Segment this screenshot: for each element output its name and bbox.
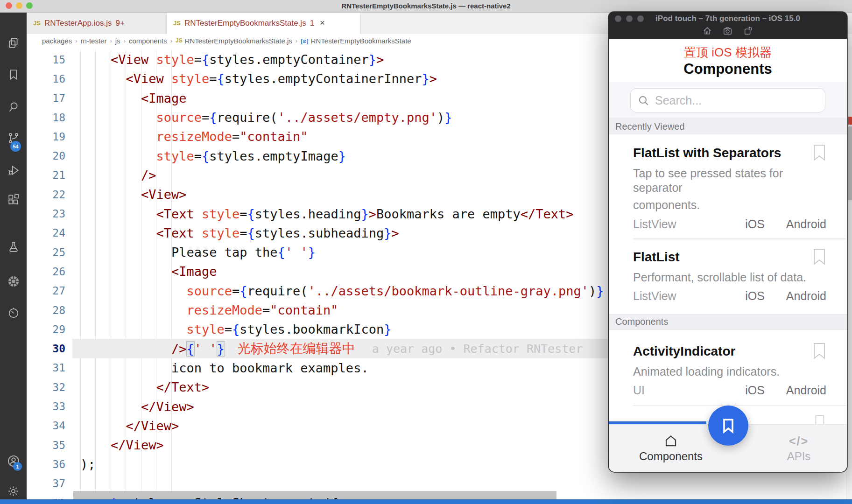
tab-badge: 9+ (115, 19, 124, 28)
home-icon[interactable] (702, 26, 712, 38)
code-token: </View> (111, 438, 164, 452)
chevron-right-icon[interactable]: › (170, 37, 172, 44)
code-token: { (209, 110, 217, 125)
source-control-icon[interactable]: 54 (0, 127, 27, 149)
section-header: Recently Viewed (609, 119, 847, 134)
code-line[interactable]: 38const styles = StyleSheet.create({ (27, 493, 852, 499)
modified-marker (848, 117, 852, 125)
code-token: } (361, 207, 368, 221)
search-input[interactable]: Search... (630, 88, 825, 112)
line-number: 20 (27, 150, 65, 162)
code-token: <Text (156, 207, 202, 221)
breadcrumb-item[interactable]: js (115, 37, 120, 45)
code-token: ) (437, 110, 444, 125)
chevron-right-icon[interactable]: › (110, 37, 112, 44)
code-token: <Image (171, 264, 217, 279)
tab-rntesterapp[interactable]: JS RNTesterApp.ios.js 9+ (27, 12, 167, 34)
simulator-screen[interactable]: 置顶 iOS 模拟器 Components Search... Recently… (609, 39, 847, 472)
settings-gear-icon[interactable] (0, 480, 27, 502)
timeline-icon[interactable] (0, 301, 27, 324)
code-line[interactable]: 37 (27, 474, 852, 493)
breadcrumb-item[interactable]: rn-tester (81, 37, 107, 45)
bookmark-outline-icon[interactable] (812, 248, 826, 267)
chevron-right-icon[interactable]: › (296, 37, 297, 44)
platform-label: Android (786, 384, 826, 397)
component-description: Performant, scrollable list of data. (633, 270, 826, 285)
code-token: = (225, 322, 232, 336)
code-token: const (80, 496, 118, 499)
symbol-icon[interactable]: [⌀] (301, 37, 309, 44)
js-file-icon[interactable]: JS (176, 37, 183, 44)
code-token: Bookmarks are empty (376, 207, 521, 221)
bookmark-outline-icon[interactable] (812, 144, 826, 163)
code-token: } (444, 110, 452, 125)
code-token: styles.emptyContainerInner (225, 71, 422, 86)
line-number: 21 (27, 169, 65, 181)
chevron-right-icon[interactable]: › (75, 37, 77, 44)
tab-components[interactable]: Components (624, 425, 718, 472)
component-list-item[interactable]: FlatList with SeparatorsTap to see press… (609, 134, 847, 232)
bookmark-icon (720, 417, 737, 434)
close-tab-icon[interactable]: × (320, 18, 325, 28)
cursor-annotation: 光标始终在编辑器中 (238, 340, 355, 357)
breadcrumb-file[interactable]: RNTesterEmptyBookmarksState.js (185, 37, 292, 45)
macos-titlebar: RNTesterEmptyBookmarksState.js — react-n… (0, 0, 852, 13)
home-icon (664, 434, 678, 448)
pin-annotation: 置顶 iOS 模拟器 (609, 45, 847, 60)
code-token: = (232, 284, 239, 298)
code-token: </View> (141, 399, 194, 414)
account-icon[interactable]: 1 (0, 450, 27, 472)
line-number: 37 (27, 477, 65, 490)
testing-icon[interactable] (0, 236, 27, 258)
ios-simulator-window[interactable]: iPod touch – 7th generation – iOS 15.0 置… (608, 12, 847, 472)
run-debug-icon[interactable] (0, 159, 27, 182)
breadcrumb-item[interactable]: components (129, 37, 167, 45)
screenshot-icon[interactable] (723, 26, 733, 38)
tab-apis[interactable]: </> APIs (752, 425, 845, 472)
platform-label: iOS (745, 384, 765, 397)
code-token: style (202, 226, 239, 240)
line-number: 34 (27, 420, 65, 432)
code-token: <View (111, 52, 156, 67)
line-number: 35 (27, 439, 65, 451)
bookmark-outline-icon[interactable] (813, 415, 827, 424)
search-icon (637, 94, 649, 106)
search-icon[interactable] (0, 96, 27, 118)
breadcrumb-item[interactable]: packages (42, 37, 72, 45)
code-token: = (194, 149, 202, 163)
line-number: 15 (27, 54, 65, 66)
code-token: { (202, 149, 209, 163)
code-token: /> (141, 168, 156, 182)
line-number: 25 (27, 246, 65, 259)
bookmark-icon[interactable] (0, 63, 27, 86)
code-token: ); (80, 457, 96, 471)
explorer-icon[interactable] (0, 32, 27, 54)
code-token: { (278, 245, 285, 259)
code-token: = (232, 129, 239, 144)
code-token: { (232, 322, 239, 336)
code-token: resizeMode (187, 303, 263, 317)
rotate-icon[interactable] (743, 26, 753, 38)
bookmarks-fab-button[interactable] (708, 406, 748, 446)
component-title: FlatList with Separators (633, 144, 812, 162)
code-token: { (202, 52, 209, 67)
component-title: ActivityIndicator (633, 342, 812, 361)
component-list: Recently ViewedFlatList with SeparatorsT… (609, 119, 847, 406)
code-token: <Image (141, 91, 187, 105)
tab-rntesteremptybookmarksstate[interactable]: JS RNTesterEmptyBookmarksState.js 1 × (167, 12, 361, 34)
simulator-titlebar[interactable]: iPod touch – 7th generation – iOS 15.0 (608, 12, 847, 39)
code-token: = (239, 226, 247, 240)
bookmark-outline-icon[interactable] (812, 342, 826, 362)
code-token: require( (247, 284, 308, 298)
component-list-item[interactable]: FlatListPerformant, scrollable list of d… (609, 239, 847, 304)
extensions-icon[interactable] (0, 188, 27, 210)
breadcrumb-symbol[interactable]: RNTesterEmptyBookmarksState (311, 37, 411, 45)
vertical-scrollbar[interactable] (848, 126, 852, 200)
code-token: </Text> (156, 380, 210, 394)
platform-label: iOS (745, 289, 765, 303)
component-list-item[interactable]: ActivityIndicatorAnimated loading indica… (609, 330, 847, 399)
line-number: 17 (27, 92, 65, 104)
simulator-title: iPod touch – 7th generation – iOS 15.0 (608, 13, 847, 24)
kubernetes-icon[interactable] (0, 270, 27, 293)
chevron-right-icon[interactable]: › (124, 37, 126, 44)
